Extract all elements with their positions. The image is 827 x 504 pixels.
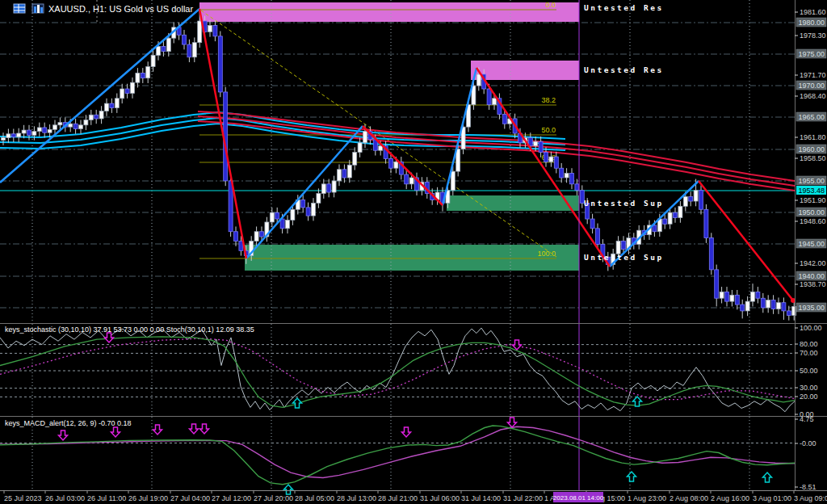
candle-bear <box>141 73 145 78</box>
candle-bull <box>694 191 698 201</box>
candle-bear <box>674 212 678 217</box>
candle-bear <box>741 304 745 311</box>
bar-chart-icon[interactable] <box>32 4 44 13</box>
resistance-zone <box>471 61 579 80</box>
candle-bear <box>405 174 409 184</box>
fib-level-label: 100.0 <box>537 250 556 258</box>
candle-bear <box>782 303 786 311</box>
candle-bull <box>321 184 325 194</box>
price-axis-gridlevel-label: 1945.00 <box>798 240 825 248</box>
candle-bear <box>709 238 713 270</box>
candle-bear <box>570 173 574 183</box>
candle-bull <box>730 295 734 301</box>
candle-bull <box>347 165 351 178</box>
time-axis-label: 2 Aug 08:00 <box>670 494 708 502</box>
candle-bear <box>663 219 667 224</box>
candle-bull <box>668 212 672 224</box>
price-axis-label: 1968.40 <box>800 92 826 100</box>
candle-bear <box>389 158 393 168</box>
candle-bull <box>616 242 620 254</box>
candle-bull <box>777 303 781 309</box>
candle-bear <box>544 153 548 162</box>
candle-bull <box>379 146 383 150</box>
stoch-axis-label: 50.00 <box>800 367 818 375</box>
crosshair-time-label: 2023.08.01 14:00 <box>553 494 604 502</box>
candle-bull <box>394 162 398 168</box>
candle-bull <box>565 173 569 177</box>
trading-terminal-window: 0.038.250.061.8100.0Untested ResUntested… <box>0 0 827 504</box>
candle-bear <box>229 181 233 232</box>
candle-bull <box>353 153 357 166</box>
candle-bear <box>73 124 78 128</box>
candle-bear <box>735 295 739 304</box>
time-axis-label: 26 Jul 11:00 <box>87 494 126 502</box>
candle-bull <box>37 128 41 132</box>
bar-chart-icon-bar <box>37 5 40 13</box>
candle-bull <box>332 181 336 192</box>
candle-bear <box>275 212 279 219</box>
candle-bull <box>58 123 62 125</box>
candle-bear <box>94 115 99 119</box>
price-axis-gridlevel-label: 1955.00 <box>798 177 825 185</box>
time-axis-label: 28 Jul 05:00 <box>295 494 334 502</box>
candle-bear <box>327 184 331 192</box>
candle-bear <box>125 89 129 93</box>
candle-bear <box>502 114 506 124</box>
candle-bear <box>183 35 187 44</box>
candle-bear <box>575 184 579 191</box>
zone-label: Untested Sup <box>584 199 664 208</box>
candle-bull <box>69 124 73 127</box>
fib-level-label: 61.8 <box>541 153 556 162</box>
candle-bull <box>32 132 36 136</box>
candle-bull <box>53 125 57 129</box>
candle-bull <box>678 206 682 217</box>
candle-bear <box>761 298 765 308</box>
candle-bear <box>596 229 600 245</box>
candle-bull <box>745 301 749 311</box>
candle-bear <box>622 242 626 250</box>
candle-bull <box>151 55 155 66</box>
zone-label: Untested Res <box>584 3 664 12</box>
time-axis-label: 28 Jul 13:00 <box>337 494 376 502</box>
grid-icon[interactable] <box>14 4 25 13</box>
grid-icon-body[interactable] <box>14 4 25 13</box>
price-axis-gridlevel-label: 1970.00 <box>798 82 825 90</box>
candle-bull <box>549 157 553 162</box>
time-axis-label: 31 Jul 22:00 <box>503 494 543 502</box>
chart-title: XAUUSD., H1: US Gold vs US dollar <box>48 4 193 14</box>
candle-bull <box>534 141 538 145</box>
candle-bear <box>699 191 703 210</box>
candle-bull <box>22 130 26 133</box>
resistance-zone <box>199 2 579 22</box>
time-axis-label: 27 Jul 20:00 <box>254 494 293 502</box>
support-zone <box>245 245 579 271</box>
candle-bear <box>306 208 310 216</box>
candle-bull <box>312 203 316 216</box>
time-axis-label: 28 Jul 21:00 <box>378 494 418 502</box>
stochastic-header: keys_stochastic (30,10,10) 37.91 53.73 0… <box>5 326 254 334</box>
macd-axis-label: -0.00 <box>800 439 817 447</box>
macd-axis-label: -8.51 <box>800 483 817 491</box>
candle-bull <box>115 99 119 108</box>
stoch-axis-label: 30.00 <box>800 384 818 392</box>
price-axis-label: 1961.80 <box>800 133 826 141</box>
candle-bear <box>725 292 729 301</box>
candle-bull <box>286 220 290 229</box>
candle-bull <box>48 129 52 132</box>
candle-bull <box>766 300 770 308</box>
price-axis-label: 1951.90 <box>800 196 826 204</box>
candle-bear <box>234 232 238 242</box>
candle-bull <box>99 111 103 119</box>
candle-bear <box>715 270 719 298</box>
price-axis-gridlevel-label: 1940.00 <box>798 272 825 280</box>
candle-bull <box>105 103 109 111</box>
candle-bear <box>110 103 114 107</box>
candle-bull <box>17 133 21 137</box>
stoch-axis-label: 20.00 <box>800 393 818 401</box>
candle-bull <box>291 209 295 220</box>
candle-bear <box>590 219 594 229</box>
price-axis-gridlevel-label: 1965.00 <box>798 113 825 121</box>
price-axis-label: 1971.70 <box>800 71 826 79</box>
price-axis-gridlevel-label: 1980.00 <box>798 19 825 27</box>
stoch-axis-label: 80.00 <box>800 340 818 348</box>
